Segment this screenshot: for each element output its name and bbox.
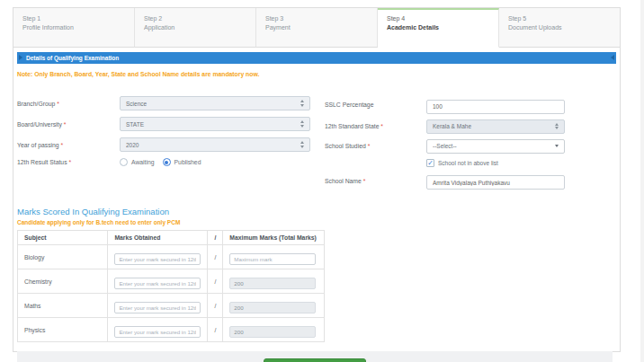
marks-obtained-input-biology[interactable] <box>114 253 201 265</box>
standard-state-select[interactable]: Kerala & Mahe <box>426 119 565 134</box>
subject-cell: Physics <box>18 318 108 342</box>
col-header-subject: Subject <box>18 231 108 245</box>
qualifying-exam-form: Branch/Group * Science Board/University … <box>17 96 616 195</box>
field-school-not-in-list: ✓ School not in above list <box>426 159 565 167</box>
label-text: 12th Result Status <box>17 159 67 165</box>
field-standard-state: 12th Standard State * Kerala & Mahe <box>325 119 565 134</box>
caret-down-icon <box>555 145 559 147</box>
table-row-physics: Physics / <box>18 318 325 342</box>
tab-step-number: Step 4 <box>387 15 498 22</box>
school-studied-select[interactable]: --Select-- <box>426 139 565 154</box>
school-name-input[interactable] <box>426 175 565 190</box>
radio-label: Published <box>174 159 201 165</box>
checkbox-label: School not in above list <box>438 160 498 166</box>
updown-arrows-icon <box>300 100 304 107</box>
sslc-percentage-input[interactable] <box>426 100 565 114</box>
col-header-maximum-marks: Maximum Marks (Total Marks) <box>223 231 325 245</box>
selected-value: 2020 <box>126 142 300 148</box>
branch-group-select[interactable]: Science <box>120 96 310 110</box>
required-marker: * <box>64 121 67 128</box>
slash-divider: / <box>208 318 223 342</box>
col-header-marks-obtained: Marks Obtained <box>108 231 208 245</box>
field-label: Year of passing * <box>17 142 120 148</box>
marks-section-heading: Marks Scored In Qualifying Examination <box>17 207 616 216</box>
chevron-left-icon[interactable] <box>19 55 22 60</box>
table-row-biology: Biology / <box>18 245 325 269</box>
label-text: 12th Standard State <box>325 123 379 129</box>
field-label: Board/University * <box>17 121 120 128</box>
selected-value: STATE <box>126 121 300 128</box>
required-marker: * <box>363 178 366 184</box>
save-and-proceed-button[interactable]: Save and proceed to next step <box>264 358 367 362</box>
tab-step-number: Step 1 <box>22 15 134 22</box>
tab-label: Academic Details <box>387 24 498 31</box>
academic-details-panel: Step 1 Profile Information Step 2 Applic… <box>13 7 621 352</box>
table-header-row: Subject Marks Obtained / Maximum Marks (… <box>18 231 325 245</box>
tab-content: Details of Qualifying Examination Note: … <box>13 52 620 362</box>
chevron-right-icon[interactable] <box>611 55 614 60</box>
field-school-name: School Name * <box>325 172 565 190</box>
max-marks-input-maths <box>229 302 316 313</box>
subject-cell: Chemistry <box>18 269 108 294</box>
field-label: Branch/Group * <box>17 101 120 107</box>
radio-circle <box>163 158 171 166</box>
label-text: Board/University <box>17 121 62 128</box>
max-marks-input-physics <box>229 326 316 338</box>
tab-step-2[interactable]: Step 2 Application <box>135 8 256 48</box>
radio-published[interactable]: Published <box>163 158 201 166</box>
tab-step-1[interactable]: Step 1 Profile Information <box>13 8 135 48</box>
updown-arrows-icon <box>300 141 304 148</box>
label-text: School Studied <box>325 143 366 149</box>
slash-divider: / <box>208 294 223 318</box>
tab-step-3[interactable]: Step 3 Payment <box>256 8 378 48</box>
label-text: SSLC Percentage <box>325 102 373 108</box>
selected-value: Science <box>126 101 300 107</box>
scrollbar-track[interactable] <box>640 0 644 362</box>
year-of-passing-select[interactable]: 2020 <box>120 137 310 152</box>
section-banner-title: Details of Qualifying Examination <box>26 55 119 61</box>
label-text: Branch/Group <box>17 101 55 107</box>
marks-section-note: Candidate applying only for B.tech need … <box>17 219 616 225</box>
field-label: School Name * <box>325 178 426 184</box>
radio-circle <box>120 158 128 166</box>
tab-label: Profile Information <box>22 24 134 31</box>
marks-table: Subject Marks Obtained / Maximum Marks (… <box>17 230 325 342</box>
subject-cell: Biology <box>18 245 108 269</box>
tab-label: Application <box>144 24 255 31</box>
tab-step-4-academic-details[interactable]: Step 4 Academic Details <box>378 8 499 48</box>
mandatory-note: Note: Only Branch, Board, Year, State an… <box>17 71 616 77</box>
marks-obtained-input-chemistry[interactable] <box>114 278 201 289</box>
step-tabs: Step 1 Profile Information Step 2 Applic… <box>13 8 620 48</box>
max-marks-input-chemistry <box>229 278 316 289</box>
marks-obtained-input-maths[interactable] <box>114 302 201 313</box>
required-marker: * <box>380 123 383 129</box>
field-result-status: 12th Result Status * Awaiting Published <box>17 158 310 166</box>
table-row-chemistry: Chemistry / <box>18 269 325 294</box>
result-status-radio-group: Awaiting Published <box>120 158 310 166</box>
slash-divider: / <box>208 245 223 269</box>
field-school-studied: School Studied * --Select-- <box>325 139 565 154</box>
field-label: 12th Standard State * <box>325 123 426 129</box>
radio-label: Awaiting <box>131 159 155 165</box>
max-marks-input-biology[interactable] <box>229 253 316 265</box>
school-not-in-list-checkbox[interactable]: ✓ <box>426 159 434 167</box>
field-label: SSLC Percentage <box>325 102 426 108</box>
form-footer: Save and proceed to next step <box>17 351 613 362</box>
field-branch-group: Branch/Group * Science <box>17 96 310 110</box>
tab-step-number: Step 2 <box>144 15 255 22</box>
form-column-right: SSLC Percentage 12th Standard State * Ke… <box>325 96 565 195</box>
form-column-left: Branch/Group * Science Board/University … <box>17 96 310 195</box>
required-marker: * <box>368 143 371 149</box>
marks-obtained-input-physics[interactable] <box>114 326 201 338</box>
updown-arrows-icon <box>555 123 559 130</box>
tab-step-5[interactable]: Step 5 Document Uploads <box>499 8 620 48</box>
board-university-select[interactable]: STATE <box>120 117 310 131</box>
tab-label: Document Uploads <box>508 24 620 31</box>
tab-step-number: Step 5 <box>508 15 620 22</box>
table-row-maths: Maths / <box>18 294 325 318</box>
tab-step-number: Step 3 <box>265 15 377 22</box>
col-header-slash: / <box>208 231 223 245</box>
field-label: School Studied * <box>325 143 426 149</box>
selected-value: Kerala & Mahe <box>433 123 555 129</box>
radio-awaiting[interactable]: Awaiting <box>120 158 155 166</box>
